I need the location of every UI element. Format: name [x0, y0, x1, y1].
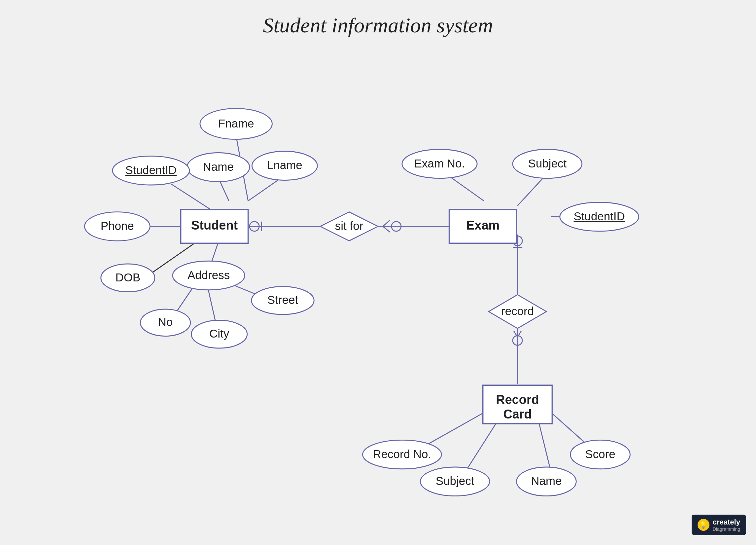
- name-rc-label: Name: [531, 474, 562, 487]
- student-entity-label: Student: [191, 218, 238, 232]
- student-id2-label: StudentID: [574, 210, 625, 222]
- logo: 💡 creately Diagramming: [692, 515, 746, 535]
- subject-exam-label: Subject: [528, 157, 567, 170]
- svg-line-15: [383, 226, 390, 232]
- sit-for-label: sit for: [335, 219, 363, 232]
- svg-line-8: [207, 285, 216, 321]
- subject-rc-label: Subject: [436, 474, 474, 487]
- logo-subtext: Diagramming: [713, 527, 740, 532]
- page-title: Student information system: [0, 0, 756, 38]
- record-card-entity-label: Record: [496, 393, 539, 407]
- street-label: Street: [267, 293, 298, 306]
- name-label: Name: [203, 160, 234, 173]
- logo-icon: 💡: [698, 519, 709, 531]
- phone-label: Phone: [101, 219, 134, 232]
- diagram-container: sit for record Student Exam Record Card …: [0, 40, 756, 545]
- svg-line-3: [171, 184, 214, 212]
- svg-line-29: [539, 424, 551, 473]
- address-label: Address: [188, 268, 230, 282]
- record-label: record: [501, 305, 534, 318]
- city-label: City: [209, 327, 229, 340]
- record-card-entity-label2: Card: [503, 407, 532, 421]
- score-label: Score: [585, 448, 615, 460]
- exam-no-label: Exam No.: [414, 157, 465, 170]
- svg-line-28: [464, 424, 496, 473]
- no-label: No: [158, 316, 173, 328]
- svg-line-14: [383, 220, 390, 226]
- exam-entity-label: Exam: [466, 218, 499, 232]
- dob-label: DOB: [115, 271, 140, 284]
- fname-label: Fname: [218, 117, 254, 130]
- lname-label: Lname: [267, 158, 302, 171]
- record-no-label: Record No.: [373, 448, 431, 460]
- student-id-label: StudentID: [125, 163, 177, 176]
- svg-line-2: [248, 177, 283, 201]
- logo-text: creately: [713, 518, 740, 527]
